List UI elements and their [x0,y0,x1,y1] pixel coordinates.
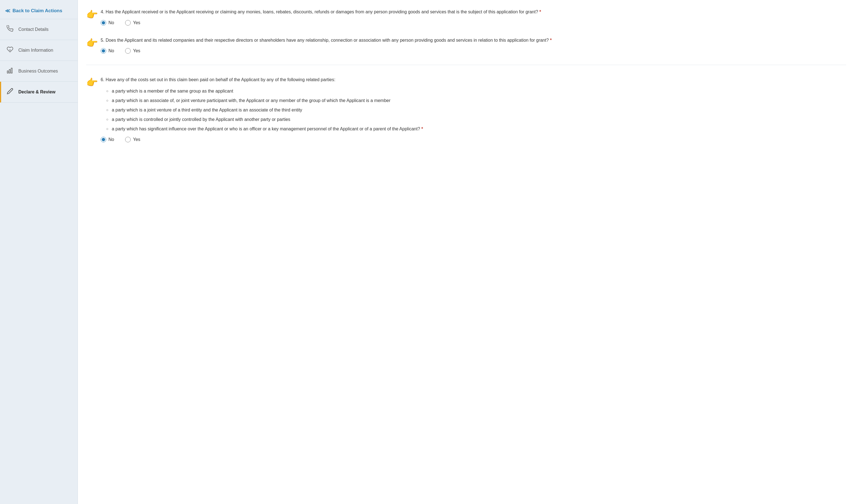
svg-rect-1 [7,71,8,73]
phone-icon [6,25,14,34]
list-item: a party which is a joint venture of a th… [106,107,846,113]
sidebar-item-claim-information[interactable]: Claim Information [0,40,77,61]
q6-yes-radio[interactable] [125,137,131,142]
sidebar-item-business-outcomes-label: Business Outcomes [18,69,58,74]
q5-body: Does the Applicant and its related compa… [106,38,549,43]
q4-yes-radio[interactable] [125,20,131,26]
claim-icon [6,46,14,55]
q5-no-option[interactable]: No [101,48,114,54]
svg-point-0 [10,49,11,51]
back-to-claim-actions-link[interactable]: ≪ Back to Claim Actions [0,3,77,19]
q5-text: 5. Does the Applicant and its related co… [101,37,846,44]
list-item: a party which is controlled or jointly c… [106,116,846,123]
question-6-block: 👉 6. Have any of the costs set out in th… [86,76,846,142]
sidebar-item-contact-details-label: Contact Details [18,27,49,32]
q6-number: 6. [101,77,106,82]
q5-yes-label: Yes [133,48,140,53]
sidebar-item-claim-information-label: Claim Information [18,48,53,53]
main-content: 👉 4. Has the Applicant received or is th… [78,0,860,504]
question-5-block: 👉 5. Does the Applicant and its related … [86,37,846,54]
q6-last-bullet-required-star: * [421,127,423,131]
chart-icon [6,67,14,75]
q5-yes-option[interactable]: Yes [125,48,140,54]
q6-radio-group: No Yes [101,137,846,142]
question-4-block: 👉 4. Has the Applicant received or is th… [86,8,846,26]
q6-pointer-icon: 👉 [86,77,98,88]
q6-yes-label: Yes [133,137,140,142]
q4-yes-option[interactable]: Yes [125,20,140,26]
q6-no-option[interactable]: No [101,137,114,142]
q5-radio-group: No Yes [101,48,846,54]
q5-content: 5. Does the Applicant and its related co… [101,37,846,54]
list-item: a party which has significant influence … [106,126,846,132]
q4-text: 4. Has the Applicant received or is the … [101,8,846,16]
q6-no-radio[interactable] [101,137,106,142]
q5-pointer-icon: 👉 [86,37,98,48]
q5-no-radio[interactable] [101,48,106,54]
q4-no-radio[interactable] [101,20,106,26]
sidebar-item-declare-review-label: Declare & Review [18,89,55,95]
svg-rect-2 [9,70,10,73]
sidebar-item-business-outcomes[interactable]: Business Outcomes [0,61,77,82]
sidebar-item-declare-review[interactable]: Declare & Review [0,82,77,103]
pen-icon [6,88,14,96]
q4-required-star: * [540,10,541,14]
q4-yes-label: Yes [133,20,140,25]
q5-yes-radio[interactable] [125,48,131,54]
section-divider [86,65,846,65]
q4-content: 4. Has the Applicant received or is the … [101,8,846,26]
q5-required-star: * [550,38,551,43]
q6-no-label: No [109,137,114,142]
q5-number: 5. [101,38,106,43]
q6-content: 6. Have any of the costs set out in this… [101,76,846,142]
q6-body: Have any of the costs set out in this cl… [106,77,335,82]
back-chevron-icon: ≪ [5,8,10,14]
q4-no-option[interactable]: No [101,20,114,26]
list-item: a party which is an associate of, or joi… [106,97,846,104]
q4-radio-group: No Yes [101,20,846,26]
q6-text: 6. Have any of the costs set out in this… [101,76,846,83]
sidebar-item-contact-details[interactable]: Contact Details [0,19,77,40]
svg-rect-3 [11,68,12,73]
q5-no-label: No [109,48,114,53]
sidebar: ≪ Back to Claim Actions Contact Details … [0,0,78,504]
q4-body: Has the Applicant received or is the App… [106,10,538,14]
q4-no-label: No [109,20,114,25]
q6-yes-option[interactable]: Yes [125,137,140,142]
q4-pointer-icon: 👉 [86,9,98,20]
q6-bullet-list: a party which is a member of the same gr… [106,88,846,132]
back-link-label: Back to Claim Actions [13,8,62,14]
list-item: a party which is a member of the same gr… [106,88,846,95]
q4-number: 4. [101,10,106,14]
